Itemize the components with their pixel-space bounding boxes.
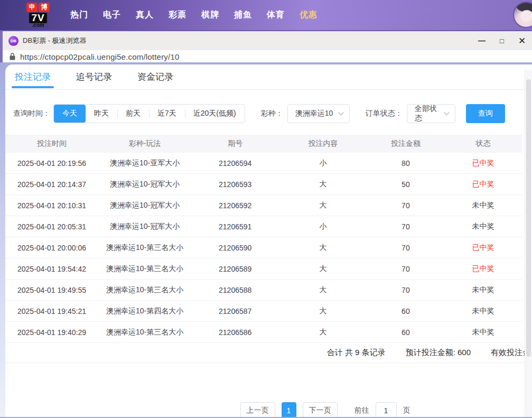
nav-item-live[interactable]: 真人 <box>136 10 154 21</box>
cell-bet-time: 2025-04-01 19:45:21 <box>5 307 98 315</box>
table-row: 2025-04-01 19:54:42 澳洲幸运10-第三名大小 2120658… <box>5 258 522 280</box>
cell-bet-time: 2025-04-01 19:49:55 <box>5 286 98 294</box>
nav-item-lottery[interactable]: 彩票 <box>169 10 186 21</box>
tab-chase-records[interactable]: 追号记录 <box>76 64 112 89</box>
main-menu: 热门 电子 真人 彩票 棋牌 捕鱼 体育 优惠 <box>70 10 318 21</box>
cell-status: 未中奖 <box>444 306 522 316</box>
cell-game-play: 澳洲幸运10-亚军大小 <box>98 159 191 168</box>
maximize-button[interactable]: □ <box>492 37 512 45</box>
cell-bet-time: 2025-04-01 20:05:31 <box>5 222 98 231</box>
nav-item-promo[interactable]: 优惠 <box>300 10 318 21</box>
logo-domain-text: .com <box>32 23 44 28</box>
lottery-type-value: 澳洲幸运10 <box>295 109 333 118</box>
cell-bet-content: 大 <box>279 201 367 210</box>
cell-game-play: 澳洲幸运10-第三名大小 <box>98 264 191 274</box>
site-logo[interactable]: 申 博 7V .com <box>24 3 52 28</box>
cell-issue: 21206588 <box>191 286 279 294</box>
cell-issue: 21206586 <box>191 328 279 337</box>
browser-urlbar[interactable]: https://ctopcp02pcali.uengi5e.com/lotter… <box>3 50 532 63</box>
browser-titlebar: DB DB彩票 - 极速浏览器 — □ ✕ <box>3 31 532 50</box>
time-option-2days-ago[interactable]: 前天 <box>117 105 149 123</box>
table-row: 2025-04-01 20:05:31 澳洲幸运10-冠军大小 21206591… <box>5 216 522 237</box>
cell-issue: 21206593 <box>191 180 279 189</box>
cell-issue: 21206589 <box>191 265 279 273</box>
goto-page-input[interactable] <box>376 402 397 418</box>
cell-bet-amount: 60 <box>367 307 445 315</box>
time-option-yesterday[interactable]: 昨天 <box>86 105 117 123</box>
cell-bet-content: 大 <box>279 180 367 189</box>
time-option-last7days[interactable]: 近7天 <box>149 105 185 123</box>
table-row: 2025-04-01 19:45:21 澳洲幸运10-第四名大小 2120658… <box>5 301 522 322</box>
minimize-button[interactable]: — <box>472 36 492 45</box>
cell-issue: 21206592 <box>191 201 279 210</box>
cell-bet-amount: 60 <box>367 328 445 337</box>
header-game-play: 彩种-玩法 <box>98 139 191 148</box>
current-page-button[interactable]: 1 <box>282 402 296 418</box>
search-button[interactable]: 查询 <box>466 104 505 123</box>
favicon-text: DB <box>11 39 17 43</box>
summary-bar: 合计 共 9 条记录 预计投注金额: 600 有效投注金额 <box>5 343 532 363</box>
cell-status: 未中奖 <box>444 285 522 295</box>
table-header-row: 投注时间 彩种-玩法 期号 投注内容 投注金额 状态 <box>5 135 522 153</box>
bet-records-table: 投注时间 彩种-玩法 期号 投注内容 投注金额 状态 2025-04-01 20… <box>5 135 522 343</box>
table-row: 2025-04-01 20:00:06 澳洲幸运10-第三名大小 2120659… <box>5 237 522 258</box>
cell-game-play: 澳洲幸运10-冠军大小 <box>98 222 191 231</box>
cell-bet-amount: 70 <box>367 244 445 252</box>
cell-bet-amount: 70 <box>367 222 445 231</box>
header-issue: 期号 <box>191 139 279 148</box>
window-controls: — □ ✕ <box>472 31 532 50</box>
content-card: 投注记录 追号记录 资金记录 查询时间： 今天 昨天 前天 近7天 近20天(低… <box>5 64 532 418</box>
next-page-button[interactable]: 下一页 <box>303 402 338 418</box>
page-background: 投注记录 追号记录 资金记录 查询时间： 今天 昨天 前天 近7天 近20天(低… <box>0 62 532 418</box>
url-text: https://ctopcp02pcali.uengi5e.com/lotter… <box>20 52 179 61</box>
logo-badge-right: 博 <box>39 3 50 12</box>
time-option-today[interactable]: 今天 <box>54 105 86 123</box>
tab-fund-records[interactable]: 资金记录 <box>137 64 173 89</box>
record-tabs: 投注记录 追号记录 资金记录 <box>5 64 532 90</box>
browser-chrome: DB DB彩票 - 极速浏览器 — □ ✕ https://ctopcp02pc… <box>0 30 532 63</box>
nav-item-hot[interactable]: 热门 <box>70 10 88 21</box>
cell-bet-content: 大 <box>279 306 367 316</box>
prev-page-button[interactable]: 上一页 <box>240 402 275 418</box>
time-option-last20days[interactable]: 近20天(低频) <box>185 105 245 123</box>
logo-text: 7V <box>29 13 46 23</box>
table-row: 2025-04-01 20:10:31 澳洲幸运10-冠军大小 21206592… <box>5 195 522 216</box>
cell-status: 未中奖 <box>444 328 522 337</box>
nav-item-boardgame[interactable]: 棋牌 <box>201 10 219 21</box>
order-status-select[interactable]: 全部状态 <box>407 104 455 123</box>
cell-status: 已中奖 <box>444 264 522 274</box>
window-title: DB彩票 - 极速浏览器 <box>23 36 87 45</box>
nav-item-slots[interactable]: 电子 <box>103 10 121 21</box>
cell-bet-content: 大 <box>279 264 367 274</box>
cell-bet-content: 小 <box>279 159 367 168</box>
header-bet-amount: 投注金额 <box>367 139 445 148</box>
query-time-label: 查询时间： <box>13 109 50 118</box>
avatar[interactable] <box>513 2 532 28</box>
nav-item-fishing[interactable]: 捕鱼 <box>234 10 252 21</box>
table-body: 2025-04-01 20:19:56 澳洲幸运10-亚军大小 21206594… <box>5 153 522 343</box>
cell-status: 未中奖 <box>444 201 522 210</box>
nav-item-sports[interactable]: 体育 <box>267 10 285 21</box>
cell-bet-amount: 70 <box>367 265 445 273</box>
goto-page-label: 前往 <box>354 406 369 415</box>
screen: 申 博 7V .com 热门 电子 真人 彩票 棋牌 捕鱼 体育 优惠 DB D… <box>0 0 532 418</box>
cell-issue: 21206594 <box>191 159 279 168</box>
tab-bet-records[interactable]: 投注记录 <box>15 64 51 89</box>
cell-bet-content: 大 <box>279 285 367 295</box>
close-button[interactable]: ✕ <box>512 35 532 47</box>
header-status: 状态 <box>444 139 522 148</box>
scrollbar-thumb[interactable] <box>526 79 531 357</box>
site-nav: 申 博 7V .com 热门 电子 真人 彩票 棋牌 捕鱼 体育 优惠 <box>0 0 532 30</box>
cell-status: 已中奖 <box>444 243 522 253</box>
cell-game-play: 澳洲幸运10-冠军大小 <box>98 201 191 210</box>
cell-bet-content: 大 <box>279 243 367 253</box>
cell-bet-time: 2025-04-01 19:54:42 <box>5 265 98 273</box>
summary-expected-amount: 预计投注金额: 600 <box>406 348 471 358</box>
scrollbar-track[interactable] <box>525 70 532 418</box>
cell-game-play: 澳洲幸运10-第三名大小 <box>98 243 191 253</box>
lottery-type-select[interactable]: 澳洲幸运10 <box>287 104 350 123</box>
chevron-down-icon <box>444 112 450 116</box>
logo-badge-left: 申 <box>26 3 38 12</box>
time-range-group: 今天 昨天 前天 近7天 近20天(低频) <box>53 104 245 123</box>
browser-favicon-icon: DB <box>8 36 18 46</box>
